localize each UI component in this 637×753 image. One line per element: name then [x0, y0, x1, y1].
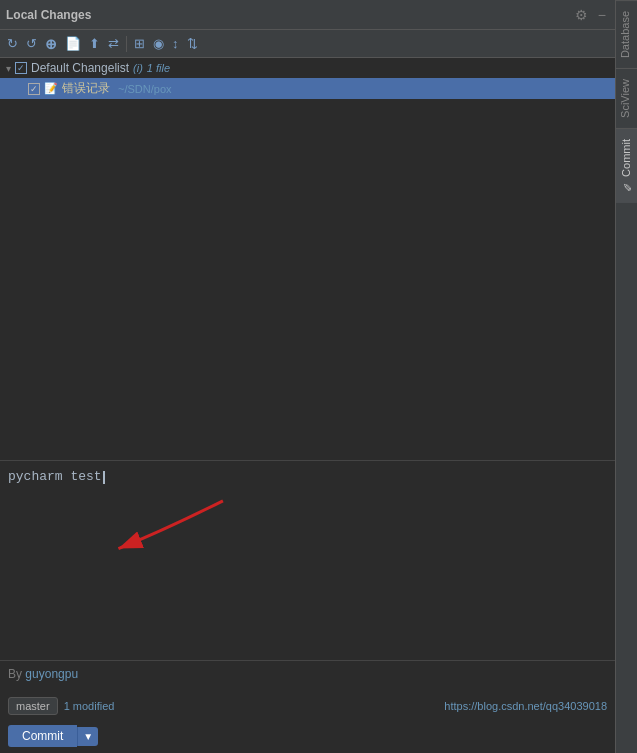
- file-row[interactable]: ✓ 📝 错误记录 ~/SDN/pox: [0, 78, 615, 99]
- changelist-label: Default Changelist: [31, 61, 129, 75]
- toolbar: ↻ ↺ ⊕ 📄 ⬆ ⇄ ⊞ ◉ ↕ ⇅: [0, 30, 615, 58]
- diff-icon[interactable]: ⇄: [105, 34, 122, 53]
- commit-message-text: pycharm test: [8, 469, 607, 484]
- bottom-right: https://blog.csdn.net/qq34039018: [444, 699, 607, 713]
- sort-asc-icon[interactable]: ↕: [169, 34, 182, 53]
- upload-icon[interactable]: ⬆: [86, 34, 103, 53]
- modified-badge: 1 modified: [64, 700, 115, 712]
- text-cursor: [103, 471, 105, 484]
- sidebar-tab-database[interactable]: Database: [616, 0, 637, 68]
- sidebar-tab-commit[interactable]: ✎ Commit: [616, 128, 637, 203]
- file-tree[interactable]: ▾ ✓ Default Changelist (i) 1 file ✓ 📝 错误…: [0, 58, 615, 460]
- refresh-icon[interactable]: ↻: [4, 34, 21, 53]
- commit-btn-group: Commit ▼: [8, 725, 98, 747]
- file-name: 错误记录: [62, 80, 110, 97]
- file-path: ~/SDN/pox: [118, 83, 172, 95]
- panel-title: Local Changes: [6, 8, 91, 22]
- commit-button[interactable]: Commit: [8, 725, 77, 747]
- add-icon[interactable]: ⊕: [42, 34, 60, 54]
- undo-icon[interactable]: ↺: [23, 34, 40, 53]
- settings-icon[interactable]: ⚙: [572, 6, 591, 24]
- right-sidebar: Database SciView ✎ Commit: [615, 0, 637, 753]
- grid-icon[interactable]: ⊞: [131, 34, 148, 53]
- author-link[interactable]: guyongpu: [25, 667, 78, 681]
- toolbar-separator: [126, 36, 127, 52]
- commit-text: pycharm test: [8, 469, 102, 484]
- file-icon: 📝: [44, 82, 58, 95]
- author-area: By guyongpu: [0, 660, 615, 693]
- url-text: https://blog.csdn.net/qq34039018: [444, 700, 607, 712]
- sort-desc-icon[interactable]: ⇅: [184, 34, 201, 53]
- arrow-annotation: [0, 461, 615, 660]
- header-icons: ⚙ −: [572, 6, 609, 24]
- commit-button-area: Commit ▼: [0, 719, 615, 753]
- changelist-meta: (i): [133, 62, 143, 74]
- commit-dropdown-button[interactable]: ▼: [77, 727, 98, 746]
- expand-arrow: ▾: [6, 63, 11, 74]
- bottom-bar: master 1 modified https://blog.csdn.net/…: [0, 693, 615, 719]
- changelist-file-count: 1 file: [147, 62, 170, 74]
- minimize-icon[interactable]: −: [595, 6, 609, 24]
- panel-header: Local Changes ⚙ −: [0, 0, 615, 30]
- changelist-row[interactable]: ▾ ✓ Default Changelist (i) 1 file: [0, 58, 615, 78]
- author-prefix: By: [8, 667, 22, 681]
- eye-icon[interactable]: ◉: [150, 34, 167, 53]
- commit-message-area[interactable]: pycharm test: [0, 460, 615, 660]
- branch-badge: master: [8, 697, 58, 715]
- main-panel: Local Changes ⚙ − ↻ ↺ ⊕ 📄 ⬆ ⇄ ⊞ ◉ ↕ ⇅ ▾ …: [0, 0, 615, 753]
- author-line: By guyongpu: [8, 667, 607, 681]
- sidebar-tab-sciview[interactable]: SciView: [616, 68, 637, 128]
- changelist-checkbox[interactable]: ✓: [15, 62, 27, 74]
- file-checkbox[interactable]: ✓: [28, 83, 40, 95]
- save-icon[interactable]: 📄: [62, 34, 84, 53]
- bottom-left: master 1 modified: [8, 697, 114, 715]
